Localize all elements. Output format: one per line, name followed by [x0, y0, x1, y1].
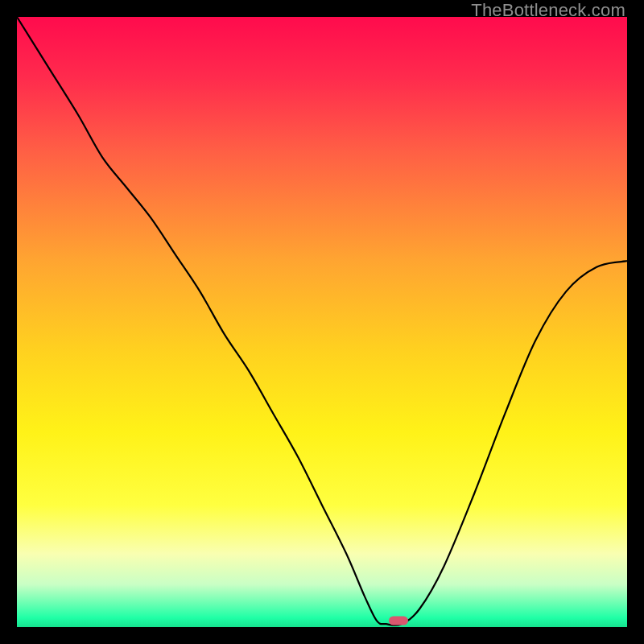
bottleneck-curve	[17, 17, 627, 625]
chart-svg	[17, 17, 627, 627]
bottleneck-marker	[389, 617, 408, 625]
plot-area	[17, 17, 627, 627]
chart-container: TheBottleneck.com	[0, 0, 644, 644]
